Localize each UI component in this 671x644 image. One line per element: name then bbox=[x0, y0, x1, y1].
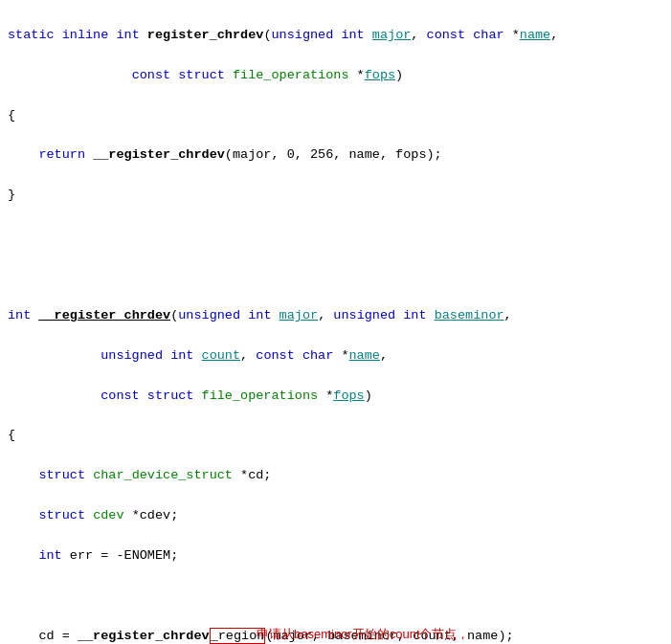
line-3: { bbox=[8, 106, 663, 126]
line-5: } bbox=[8, 186, 663, 206]
line-2: const struct file_operations *fops) bbox=[8, 66, 663, 86]
line-15 bbox=[8, 587, 663, 607]
line-13: struct cdev *cdev; bbox=[8, 506, 663, 526]
code-block: static inline int register_chrdev(unsign… bbox=[8, 6, 663, 644]
line-7 bbox=[8, 266, 663, 286]
line-16: cd = __register_chrdev_region(major, bas… bbox=[8, 627, 663, 644]
line-11: { bbox=[8, 426, 663, 446]
line-4: return __register_chrdev(major, 0, 256, … bbox=[8, 145, 663, 166]
line-1: static inline int register_chrdev(unsign… bbox=[8, 26, 663, 46]
annotation-1: 申请从baseminor开始的count个节点， bbox=[257, 625, 470, 644]
line-14: int err = -ENOMEM; bbox=[8, 546, 663, 566]
line-9: unsigned int count, const char *name, bbox=[8, 346, 663, 366]
line-10: const struct file_operations *fops) bbox=[8, 387, 663, 407]
line-12: struct char_device_struct *cd; bbox=[8, 466, 663, 486]
line-6 bbox=[8, 226, 663, 246]
code-container: static inline int register_chrdev(unsign… bbox=[8, 6, 663, 644]
line-8: int __register_chrdev(unsigned int major… bbox=[8, 306, 663, 326]
